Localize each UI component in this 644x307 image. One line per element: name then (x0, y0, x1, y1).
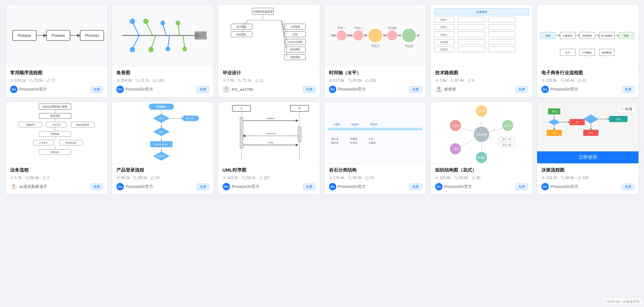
svg-text:注册登录: 注册登录 (563, 34, 572, 37)
svg-marker-230 (583, 115, 599, 124)
card-body: 常用顺序流程图 120.1k 73.5k 17 On Proces (6, 66, 107, 97)
like-count: 61 (578, 78, 587, 83)
svg-rect-170 (240, 118, 243, 148)
svg-rect-77 (488, 17, 515, 22)
use-button[interactable]: 立即使用 (537, 151, 638, 163)
author-name: ProcessOn官方 (338, 87, 366, 92)
copy-count: 71.1k (238, 78, 251, 83)
svg-point-56 (224, 80, 225, 81)
card-preview: 总体路线 阶段一 阶段二 阶段三 阶段四 阶段五 (431, 5, 532, 66)
svg-point-60 (336, 30, 347, 41)
free-badge: 免费 (409, 86, 422, 93)
card-body: 岩石分类结构 170.4k 56.9k 41 On Process (325, 164, 426, 195)
svg-point-23 (148, 47, 154, 52)
svg-marker-223 (548, 119, 560, 125)
free-badge: 免费 (303, 184, 315, 190)
svg-text:输入账号密码: 输入账号密码 (155, 143, 168, 146)
card-item[interactable]: Process Process Process 常用顺序流程图 120.1k (6, 5, 107, 97)
svg-rect-163 (135, 177, 137, 180)
svg-point-17 (160, 21, 165, 25)
card-preview: 组织结构 设计部 运营部 技术部 工程部 财务部 副于一类 (431, 102, 532, 164)
svg-line-18 (178, 24, 180, 36)
card-item[interactable]: A B request response notify (218, 102, 320, 195)
avatar: On (541, 183, 549, 190)
card-body: 组织结构图（花式） 133.6k 49.8k 30 On Proc (431, 164, 532, 195)
author-name: ProcessOn官方 (126, 184, 153, 189)
svg-text:火成岩: 火成岩 (333, 123, 340, 126)
svg-point-70 (330, 80, 331, 81)
svg-rect-85 (488, 32, 515, 37)
svg-point-19 (175, 21, 180, 25)
svg-text:喷出岩: 喷出岩 (331, 142, 339, 144)
svg-text:超过3次: 超过3次 (157, 155, 165, 157)
author-name: 析析忻 (444, 87, 456, 92)
svg-text:变质岩: 变质岩 (370, 123, 377, 126)
avatar (223, 86, 230, 93)
svg-text:印刷性信息处理: 印刷性信息处理 (253, 10, 272, 13)
free-badge: 免费 (622, 86, 634, 93)
svg-text:侵入岩: 侵入岩 (331, 138, 339, 140)
card-footer: On ProcessOn官方 免费 (435, 183, 528, 190)
card-item[interactable]: 印刷性信息处理 基于模板 特征提取 小安装置 识别 (218, 5, 320, 97)
collect-button[interactable]: ♡ 收藏 (618, 105, 635, 113)
svg-point-13 (130, 19, 135, 24)
card-stats: 224.3k 48.8k 125 (541, 176, 634, 180)
author-name: ProcessOn官方 (19, 87, 47, 92)
svg-line-208 (460, 140, 473, 146)
free-badge: 免费 (303, 86, 315, 93)
svg-rect-194 (349, 177, 352, 180)
copy-count: 48.8k (561, 176, 574, 180)
free-badge: 免费 (197, 86, 209, 93)
card-preview (112, 5, 213, 66)
svg-text:财务部: 财务部 (478, 157, 485, 159)
svg-text:处理: 处理 (552, 132, 556, 134)
card-title: 决策流程图 (541, 167, 634, 173)
svg-rect-81 (488, 24, 515, 30)
card-title: 业务流程 (10, 167, 103, 173)
svg-text:完成: 完成 (616, 118, 620, 120)
like-count: 34 (151, 176, 159, 180)
card-body: 业务流程 5.7k 58.8k 2 ss (6, 164, 107, 195)
card-item[interactable]: 初始化设置时输入参数 发送消息 一般顺序字 中文宝马 地域位置查询 回调完成 正… (6, 102, 107, 195)
avatar: On (223, 183, 230, 190)
svg-point-142 (11, 177, 12, 178)
card-footer: PO_a42789 免费 (223, 86, 315, 93)
card-body: 产品登录流程 56.5k 58.5k 34 On ProcessO (112, 164, 213, 195)
svg-rect-88 (458, 39, 485, 45)
view-count: 5.7k (10, 176, 22, 180)
svg-text:Process: Process (51, 33, 65, 38)
card-stats: 5.7k 58.8k 2 (10, 176, 103, 180)
card-item[interactable]: 开始 注册登录 浏览商品 加入购物车 结束 支付 订单确认 物流配送 (537, 5, 638, 97)
card-item[interactable]: 鱼骨图 254.0k 72.7k 140 On ProcessOn (112, 5, 213, 97)
avatar: On (435, 183, 443, 190)
card-item[interactable]: 登录窗口 验证 进入系统 重试 输入账号密码 超过3次 (112, 102, 213, 195)
card-footer: On ProcessOn官方 免费 (223, 183, 315, 190)
svg-point-64 (401, 28, 416, 43)
card-footer: 析析忻 免费 (435, 86, 528, 93)
card-body: 决策流程图 224.3k 48.8k 125 On Process (537, 164, 638, 195)
svg-point-144 (13, 184, 15, 187)
card-item[interactable]: 组织结构 设计部 运营部 技术部 工程部 财务部 副于一类 (431, 102, 532, 195)
svg-text:Process: Process (18, 33, 31, 38)
card-item[interactable]: 总体路线 阶段一 阶段二 阶段三 阶段四 阶段五 (431, 5, 532, 97)
svg-point-193 (330, 177, 331, 178)
view-count: 56.5k (116, 176, 130, 180)
card-item[interactable]: ♡ 收藏 开始 否 处理 完成 拒绝 (537, 102, 638, 195)
card-stats: 7.5k 71.1k 11 (223, 78, 315, 83)
svg-text:初始化设置时输入参数: 初始化设置时输入参数 (43, 105, 67, 108)
author-info: 析析忻 (435, 86, 456, 93)
svg-point-62 (368, 28, 382, 43)
svg-text:notify: notify (267, 141, 273, 144)
card-item[interactable]: 节点一 节点二 节点四 节点三 节点五 时间轴（水平） 217.6k 69.3k (325, 5, 426, 97)
svg-line-14 (146, 22, 153, 36)
svg-point-94 (436, 80, 437, 81)
card-item[interactable]: 火成岩 沉积岩 变质岩 侵入岩 喷出岩 碎屑岩 化学岩 片岩 片麻岩 岩石分类结… (325, 102, 426, 195)
svg-text:识别: 识别 (292, 33, 297, 36)
card-preview: Process Process Process (6, 5, 107, 66)
svg-text:支付: 支付 (565, 51, 570, 54)
free-badge: 免费 (91, 86, 103, 93)
author-info: ss退役熟夜选手 (10, 183, 47, 190)
svg-text:特征提取: 特征提取 (236, 33, 246, 36)
copy-count: 60.4k (561, 78, 574, 83)
avatar (435, 86, 443, 93)
